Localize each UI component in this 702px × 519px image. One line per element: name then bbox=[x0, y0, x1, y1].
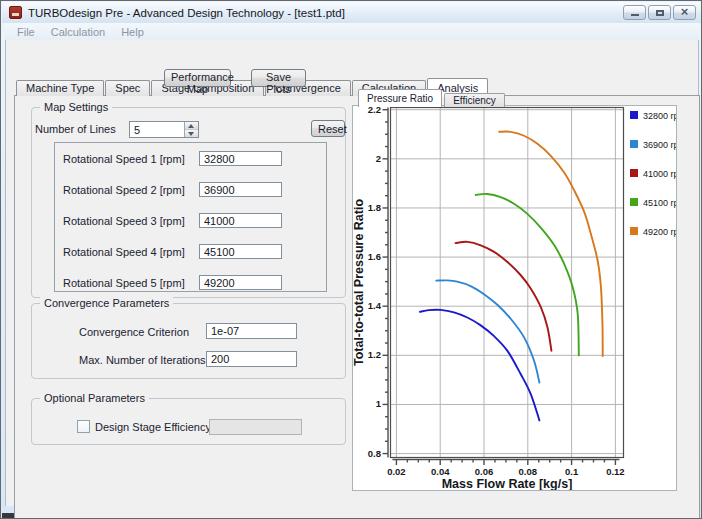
x-tick-label: 0.02 bbox=[387, 466, 406, 477]
chart-tab-bar: Pressure RatioEfficiency bbox=[358, 89, 507, 107]
save-plots-button[interactable]: Save Plots bbox=[251, 69, 306, 87]
rotational-speed-3-label: Rotational Speed 3 [rpm] bbox=[63, 215, 185, 227]
optional-parameters-title: Optional Parameters bbox=[40, 392, 149, 404]
map-settings-title: Map Settings bbox=[40, 101, 112, 113]
title-bar: TURBOdesign Pre - Advanced Design Techno… bbox=[2, 2, 701, 23]
convergence-criterion-label: Convergence Criterion bbox=[79, 326, 189, 338]
rotational-speed-5-label: Rotational Speed 5 [rpm] bbox=[63, 277, 185, 289]
legend-swatch bbox=[630, 140, 638, 148]
series-32800-rpm bbox=[420, 310, 540, 421]
x-tick-label: 0.08 bbox=[519, 466, 538, 477]
legend-label: 41000 rpm bbox=[643, 169, 676, 179]
rotational-speed-1-input[interactable] bbox=[199, 151, 282, 166]
app-icon bbox=[9, 6, 22, 19]
y-axis-title: Total-to-total Pressure Ratio bbox=[353, 199, 366, 367]
performance-chart-panel: 0.811.21.41.61.822.20.020.040.060.080.10… bbox=[352, 105, 677, 491]
y-tick-label: 2 bbox=[376, 153, 381, 164]
maximize-button[interactable] bbox=[648, 5, 671, 20]
x-tick-label: 0.12 bbox=[606, 466, 625, 477]
y-tick-label: 2.2 bbox=[368, 106, 381, 115]
max-iterations-input[interactable] bbox=[206, 351, 297, 367]
close-icon bbox=[674, 6, 695, 19]
window-title: TURBOdesign Pre - Advanced Design Techno… bbox=[28, 7, 345, 19]
y-tick-label: 1.2 bbox=[368, 349, 381, 360]
legend-swatch bbox=[630, 198, 638, 206]
chart-tab-pressure-ratio[interactable]: Pressure Ratio bbox=[358, 89, 442, 107]
menu-help[interactable]: Help bbox=[113, 25, 152, 39]
x-axis-title: Mass Flow Rate [kg/s] bbox=[442, 477, 573, 491]
performance-chart: 0.811.21.41.61.822.20.020.040.060.080.10… bbox=[353, 106, 676, 490]
menu-bar: FileCalculationHelp bbox=[5, 23, 699, 40]
rotational-speed-2-input[interactable] bbox=[199, 182, 282, 197]
y-tick-label: 1.8 bbox=[368, 202, 381, 213]
y-tick-label: 1.4 bbox=[368, 300, 382, 311]
convergence-criterion-input[interactable] bbox=[206, 323, 297, 339]
performance-map-button[interactable]: Performance Map bbox=[164, 69, 231, 87]
x-tick-label: 0.04 bbox=[431, 466, 450, 477]
number-of-lines-label: Number of Lines bbox=[35, 123, 116, 135]
plot-frame bbox=[391, 108, 624, 458]
rotational-speed-1-label: Rotational Speed 1 [rpm] bbox=[63, 153, 185, 165]
legend-label: 32800 rpm bbox=[643, 111, 676, 121]
legend-swatch bbox=[630, 227, 638, 235]
chart-tab-efficiency[interactable]: Efficiency bbox=[444, 93, 505, 107]
spin-up-button[interactable] bbox=[185, 122, 198, 129]
legend-label: 49200 rpm bbox=[643, 227, 676, 237]
close-button[interactable] bbox=[673, 5, 696, 20]
x-tick-label: 0.1 bbox=[565, 466, 579, 477]
reset-button[interactable]: Reset bbox=[311, 120, 345, 137]
menu-file[interactable]: File bbox=[9, 25, 43, 39]
spin-down-button[interactable] bbox=[185, 129, 198, 137]
number-of-lines-input[interactable] bbox=[130, 122, 184, 137]
maximize-icon bbox=[656, 10, 664, 16]
x-axis bbox=[392, 460, 619, 466]
tab-machine-type[interactable]: Machine Type bbox=[16, 80, 104, 96]
design-stage-efficiency-input bbox=[209, 419, 302, 435]
spinner-buttons bbox=[184, 122, 198, 137]
number-of-lines-stepper[interactable] bbox=[129, 121, 199, 138]
menu-calculation[interactable]: Calculation bbox=[43, 25, 113, 39]
tab-spec[interactable]: Spec bbox=[105, 80, 150, 96]
rotational-speed-4-input[interactable] bbox=[199, 244, 282, 259]
legend-label: 45100 rpm bbox=[643, 198, 676, 208]
y-tick-label: 1 bbox=[376, 398, 382, 409]
legend-label: 36900 rpm bbox=[643, 140, 676, 150]
design-stage-efficiency-checkbox[interactable] bbox=[77, 420, 90, 433]
y-tick-label: 0.8 bbox=[368, 448, 381, 459]
design-stage-efficiency-label: Design Stage Efficiency bbox=[95, 421, 211, 433]
convergence-parameters-group: Convergence Parameters bbox=[31, 303, 346, 379]
window-controls bbox=[623, 5, 696, 20]
rotational-speed-5-input[interactable] bbox=[199, 275, 282, 290]
rotational-speed-4-label: Rotational Speed 4 [rpm] bbox=[63, 246, 185, 258]
plot-grid bbox=[391, 108, 624, 458]
convergence-parameters-title: Convergence Parameters bbox=[40, 297, 173, 309]
minimize-icon bbox=[631, 14, 639, 16]
y-axis bbox=[383, 108, 389, 458]
minimize-button[interactable] bbox=[623, 5, 646, 20]
rotational-speed-3-input[interactable] bbox=[199, 213, 282, 228]
spin-down-icon bbox=[188, 132, 194, 136]
rotational-speed-2-label: Rotational Speed 2 [rpm] bbox=[63, 184, 185, 196]
x-tick-label: 0.06 bbox=[475, 466, 494, 477]
series-45100-rpm bbox=[476, 194, 579, 355]
chart-legend: 32800 rpm36900 rpm41000 rpm45100 rpm4920… bbox=[630, 111, 676, 237]
max-iterations-label: Max. Number of Iterations bbox=[79, 354, 206, 366]
series-41000-rpm bbox=[456, 242, 552, 351]
y-tick-label: 1.6 bbox=[368, 251, 381, 262]
legend-swatch bbox=[630, 169, 638, 177]
app-window: TURBOdesign Pre - Advanced Design Techno… bbox=[0, 0, 702, 519]
legend-swatch bbox=[630, 111, 638, 119]
spin-up-icon bbox=[188, 124, 194, 128]
